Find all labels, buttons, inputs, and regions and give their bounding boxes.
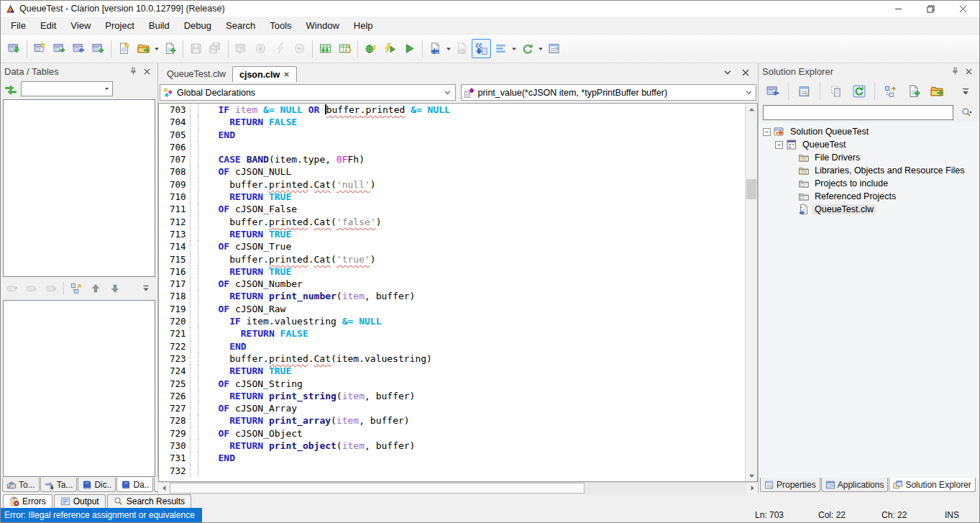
refresh-table-button[interactable] [335,39,354,58]
close-panel-icon[interactable] [962,65,976,78]
code-text[interactable]: IF item.valuestring &= NULL [198,315,381,327]
menu-help[interactable]: Help [347,18,380,33]
se-toolbar-overflow-icon[interactable] [955,81,976,101]
code-line-710[interactable]: 710 RETURN TRUE [169,191,745,203]
code-line-717[interactable]: 717 OF cJSON_Number [169,278,745,290]
code-line-704[interactable]: 704 RETURN FALSE [169,116,745,128]
redo-button[interactable] [518,39,537,58]
panel-tab-dic-[interactable]: Dic.. [78,478,116,492]
output-tab-output[interactable]: Output [54,494,106,508]
format-list-button[interactable] [491,39,510,58]
code-line-716[interactable]: 716 RETURN TRUE [169,265,745,278]
code-line-718[interactable]: 718 RETURN print_number(item, buffer) [169,290,745,302]
menu-build[interactable]: Build [142,18,177,33]
scroll-left-arrow[interactable] [158,483,170,494]
menu-edit[interactable]: Edit [33,18,63,33]
code-line-728[interactable]: 728 RETURN print_array(item, buffer) [169,414,745,427]
tree-item-file-drivers[interactable]: File Drivers [763,151,978,164]
code-line-725[interactable]: 725 OF cJSON_String [169,378,745,390]
code-text[interactable]: RETURN print_array(item, buffer) [198,414,410,427]
code-line-719[interactable]: 719 OF cJSON_Raw [169,303,745,315]
code-text[interactable]: CASE BAND(item.type, 0FFh) [198,153,365,165]
code-line-705[interactable]: 705 END [169,129,745,141]
sync-table-icon[interactable] [4,83,17,96]
tree-expander-icon[interactable]: − [763,128,771,136]
populate-table-button[interactable] [316,39,335,58]
expand-tree-icon[interactable] [69,282,83,295]
code-line-707[interactable]: 707 CASE BAND(item.type, 0FFh) [169,153,745,165]
add-new-item-button[interactable] [903,81,924,101]
tab-queuetest-clw[interactable]: QueueTest.clw [160,66,232,82]
code-line-730[interactable]: 730 RETURN print_object(item, buffer) [169,440,745,452]
panel-tab-da-[interactable]: Da.. [116,478,153,492]
move-up-icon[interactable] [88,282,103,295]
code-line-727[interactable]: 727 OF cJSON_Array [169,402,745,414]
close-panel-icon[interactable] [140,65,154,78]
columns-list[interactable] [3,300,155,478]
panel-tab-applications[interactable]: Applications [821,478,889,492]
code-line-729[interactable]: 729 OF cJSON_Object [169,427,745,440]
code-text[interactable]: OF cJSON_Object [198,427,303,440]
code-text[interactable]: buffer.printed.Cat('true') [198,253,376,265]
tree-item-queuetest[interactable]: −QueueTest [763,138,978,151]
tab-cjson-clw[interactable]: cjson.clw✕ [232,66,297,82]
code-line-709[interactable]: 709 buffer.printed.Cat('null') [169,178,745,191]
code-text[interactable]: RETURN FALSE [198,116,297,128]
horizontal-scrollbar[interactable] [158,482,758,494]
panel-tab-to-[interactable]: To... [2,478,40,492]
panel-tab-solution-explorer[interactable]: Solution Explorer [889,478,975,492]
solution-search-input[interactable] [763,105,953,120]
code-text[interactable]: END [198,129,235,141]
code-line-713[interactable]: 713 RETURN TRUE [169,228,745,240]
output-tab-errors[interactable]: Errors [3,494,52,508]
code-line-708[interactable]: 708 OF cJSON_NULL [169,165,745,178]
tree-item-libraries-objects-and-resource-files[interactable]: Libraries, Objects and Resource Files [763,164,978,177]
tree-item-queuetest-clw[interactable]: QueueTest.clw [763,203,978,216]
code-text[interactable]: OF cJSON_Raw [198,303,285,315]
panel-tab-properties[interactable]: Properties [760,478,820,492]
menu-debug[interactable]: Debug [177,18,219,33]
code-text[interactable]: RETURN FALSE [198,327,308,340]
tree-expander-icon[interactable]: − [775,141,783,149]
code-view[interactable]: 703 IF item &= NULL OR buffer.printed &=… [159,104,745,481]
menu-view[interactable]: View [63,18,98,33]
code-line-724[interactable]: 724 RETURN TRUE [169,365,745,377]
code-line-722[interactable]: 722 END [169,340,745,353]
new-window-button[interactable] [30,39,50,58]
menu-window[interactable]: Window [299,18,347,33]
properties-button[interactable] [794,81,815,101]
window-forward-button[interactable] [50,39,69,58]
code-text[interactable]: RETURN TRUE [198,228,291,240]
tree-item-projects-to-include[interactable]: Projects to include [763,177,978,190]
toolbar-overflow-icon[interactable] [139,282,153,295]
code-text[interactable]: OF cJSON_False [198,203,297,215]
code-line-732[interactable]: 732 [169,465,745,477]
code-line-706[interactable]: 706 [169,141,745,153]
open-folder-button[interactable] [926,81,947,101]
menu-file[interactable]: File [4,18,33,33]
document-list-chevron-icon[interactable] [720,67,734,79]
scope-combo-chevron[interactable] [441,88,455,96]
collapse-window-button[interactable] [762,81,783,101]
code-line-715[interactable]: 715 buffer.printed.Cat('true') [169,253,745,265]
close-button[interactable] [947,1,979,17]
data-tables-list[interactable] [3,99,155,277]
code-completion-button[interactable]: CC [472,39,491,58]
code-line-711[interactable]: 711 OF cJSON_False [169,203,745,215]
open-file-button-dropdown-icon[interactable] [153,39,160,58]
window-list-button[interactable] [544,39,564,58]
code-text[interactable]: buffer.printed.Cat(item.valuestring) [198,353,432,365]
code-text[interactable]: END [198,340,247,353]
table-select-combo[interactable] [21,81,113,96]
close-document-icon[interactable] [738,67,752,79]
code-line-714[interactable]: 714 OF cJSON_True [169,240,745,253]
code-text[interactable]: END [198,452,235,464]
code-text[interactable] [198,465,201,477]
code-line-731[interactable]: 731 END [169,452,745,464]
horizontal-scroll-thumb[interactable] [170,483,585,494]
run-no-debug-button[interactable] [380,39,400,58]
code-text[interactable]: OF cJSON_NULL [198,165,291,178]
add-window-button[interactable] [88,39,108,58]
new-file-button[interactable] [114,39,134,58]
combo-arrow-icon[interactable] [101,82,112,96]
